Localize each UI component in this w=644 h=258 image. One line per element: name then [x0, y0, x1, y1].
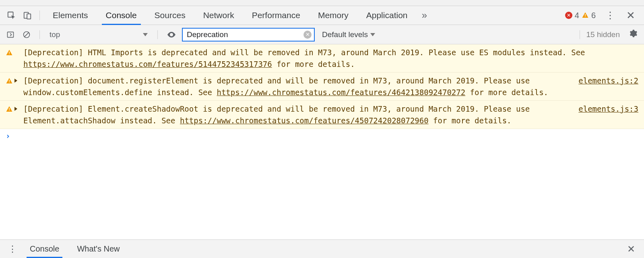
dropdown-caret-icon [143, 33, 148, 36]
console-prompt[interactable]: › [0, 129, 644, 143]
svg-rect-5 [8, 32, 14, 37]
error-icon: ✕ [565, 12, 572, 19]
warning-icon [6, 104, 13, 116]
drawer-more-icon[interactable]: ⋮ [4, 244, 21, 254]
separator [39, 10, 40, 20]
separator [39, 30, 40, 39]
source-link[interactable]: elements.js:2 [578, 75, 638, 87]
console-messages: [Deprecation] HTML Imports is deprecated… [0, 44, 644, 239]
console-message: elements.js:2[Deprecation] document.regi… [0, 73, 644, 101]
tab-application[interactable]: Application [357, 6, 417, 25]
clear-filter-icon[interactable]: ✕ [303, 31, 312, 39]
console-settings-icon[interactable] [626, 29, 640, 40]
warning-icon [6, 76, 13, 88]
dropdown-caret-icon [370, 33, 375, 36]
tab-console[interactable]: Console [97, 6, 146, 25]
message-text: for more details. [272, 60, 355, 69]
message-gutter [6, 75, 19, 88]
tab-network[interactable]: Network [194, 6, 243, 25]
hidden-messages-count[interactable]: 15 hidden [586, 30, 620, 39]
drawer-tab-console[interactable]: Console [21, 240, 68, 258]
devtools-tabbar: ElementsConsoleSourcesNetworkPerformance… [0, 6, 644, 25]
message-link[interactable]: https://www.chromestatus.com/features/51… [23, 60, 272, 69]
message-gutter [6, 103, 19, 116]
message-link[interactable]: https://www.chromestatus.com/features/46… [217, 88, 465, 97]
svg-rect-14 [9, 110, 10, 111]
message-body: [Deprecation] HTML Imports is deprecated… [23, 47, 638, 70]
drawer-tabs: ConsoleWhat's New [21, 240, 128, 258]
console-toolbar: top ✕ Default levels 15 hidden [0, 25, 644, 44]
warning-count: 6 [591, 11, 596, 20]
message-body: elements.js:3[Deprecation] Element.creat… [23, 103, 638, 126]
message-text: for more details. [429, 116, 512, 125]
prompt-chevron-icon: › [6, 131, 10, 140]
console-filter-input[interactable] [187, 30, 301, 39]
more-options-icon[interactable]: ⋮ [600, 10, 621, 21]
tabs-overflow-icon[interactable]: » [416, 6, 432, 25]
console-filter-box[interactable]: ✕ [182, 28, 315, 42]
log-levels-selector[interactable]: Default levels [318, 30, 379, 39]
error-count: 4 [575, 11, 579, 20]
execution-context-selector[interactable]: top [46, 28, 151, 41]
close-devtools-icon[interactable]: ✕ [621, 9, 641, 22]
log-levels-label: Default levels [322, 30, 368, 39]
svg-rect-3 [585, 14, 586, 16]
context-label: top [50, 30, 60, 39]
svg-rect-11 [9, 80, 10, 82]
tab-elements[interactable]: Elements [44, 6, 97, 25]
svg-rect-13 [9, 108, 10, 110]
message-link[interactable]: https://www.chromestatus.com/features/45… [180, 116, 429, 125]
window-frame-strip [0, 0, 644, 6]
message-gutter [6, 47, 19, 60]
status-badges[interactable]: ✕ 4 6 [565, 11, 596, 20]
tab-sources[interactable]: Sources [146, 6, 194, 25]
svg-rect-2 [27, 14, 31, 19]
message-body: elements.js:2[Deprecation] document.regi… [23, 75, 638, 98]
separator [157, 30, 158, 39]
message-text: for more details. [465, 88, 548, 97]
drawer-tabbar: ⋮ ConsoleWhat's New ✕ [0, 239, 644, 258]
svg-rect-9 [9, 52, 10, 54]
separator [580, 30, 580, 39]
close-drawer-icon[interactable]: ✕ [622, 243, 640, 255]
message-text: [Deprecation] HTML Imports is deprecated… [23, 48, 585, 57]
expand-message-icon[interactable] [14, 107, 17, 111]
tab-performance[interactable]: Performance [243, 6, 309, 25]
tab-memory[interactable]: Memory [309, 6, 357, 25]
console-message: elements.js:3[Deprecation] Element.creat… [0, 101, 644, 129]
expand-message-icon[interactable] [14, 79, 17, 83]
svg-rect-10 [9, 54, 10, 54]
live-expression-icon[interactable] [164, 30, 179, 40]
svg-point-8 [171, 34, 172, 35]
source-link[interactable]: elements.js:3 [578, 103, 638, 115]
device-toolbar-icon[interactable] [19, 6, 35, 25]
toggle-sidebar-icon[interactable] [4, 28, 17, 41]
svg-rect-4 [585, 16, 586, 17]
svg-rect-12 [9, 82, 10, 83]
main-tabs: ElementsConsoleSourcesNetworkPerformance… [44, 6, 416, 25]
inspect-element-icon[interactable] [3, 6, 19, 25]
drawer-tab-what-s-new[interactable]: What's New [68, 240, 128, 258]
console-message: [Deprecation] HTML Imports is deprecated… [0, 44, 644, 73]
warning-icon [6, 48, 13, 60]
svg-line-7 [24, 32, 29, 37]
warning-icon [582, 12, 589, 19]
clear-console-icon[interactable] [20, 28, 33, 41]
